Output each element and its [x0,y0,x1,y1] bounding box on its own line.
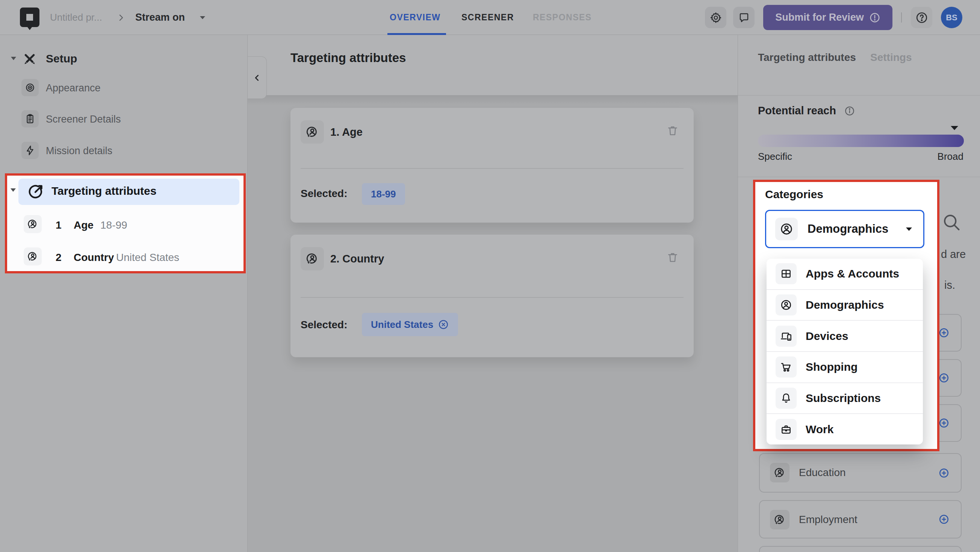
attribute-value: 18-99 [100,219,127,231]
card-divider [301,297,684,298]
clipped-text-fragment: d are [941,248,966,261]
help-icon [915,11,928,24]
dropdown-option-label: Shopping [806,361,858,373]
right-panel: Targeting attributes Settings Potential … [738,35,980,552]
caret-down-icon[interactable] [10,188,16,192]
categories-selected-value: Demographics [808,222,905,236]
card-title: 2. Country [330,253,384,265]
panel-tab-settings[interactable]: Settings [870,51,912,64]
avatar-initials: BS [946,13,958,22]
breadcrumb-study-name[interactable]: Stream on [135,0,185,35]
user-star-icon [301,120,324,144]
potential-reach-label: Potential reach [758,105,836,117]
study-caret-down-icon[interactable] [199,15,206,20]
selected-chip-age: 18-99 [362,183,405,205]
plus-circle-icon[interactable] [938,372,950,383]
bell-icon [776,388,797,409]
sidebar-item-label: Mission details [46,145,112,157]
hidden-attribute-card [759,546,962,552]
dropdown-option-label: Devices [806,330,848,343]
dropdown-option-shopping[interactable]: Shopping [767,351,923,383]
attribute-index: 1 [56,219,62,231]
submit-for-review-button[interactable]: Submit for Review [763,5,892,30]
sidebar-item-label: Screener Details [46,113,121,125]
caret-down-icon[interactable] [11,56,16,61]
user-star-icon [24,247,42,265]
attribute-card-label: Education [799,467,846,479]
dropdown-option-subscriptions[interactable]: Subscriptions [767,383,923,414]
sidebar-item-mission-details[interactable]: Mission details [0,142,248,160]
sidebar-section-setup[interactable]: Setup [0,49,248,69]
avatar[interactable]: BS [941,7,963,28]
panel-divider [738,95,980,96]
sidebar-item-appearance[interactable]: Appearance [0,79,248,97]
active-tab-underline [387,33,446,35]
clipped-text-fragment: is. [944,279,955,291]
info-icon[interactable] [844,105,855,116]
attribute-index: 2 [56,252,62,263]
dropdown-option-label: Apps & Accounts [806,267,899,280]
settings-button[interactable] [705,7,726,28]
sidebar-item-screener-details[interactable]: Screener Details [0,110,248,128]
search-icon[interactable] [942,212,961,232]
dropdown-option-devices[interactable]: Devices [767,320,923,351]
attribute-card-employment[interactable]: Employment [759,500,962,538]
user-star-icon [770,463,789,482]
person-circle-icon [776,294,797,316]
trash-icon[interactable] [667,124,679,137]
plus-circle-icon[interactable] [938,514,950,525]
attribute-card-education[interactable]: Education [759,453,962,493]
selected-label: Selected: [301,188,348,199]
crossed-pencils-icon [21,50,39,68]
dropdown-option-demographics[interactable]: Demographics [767,289,923,321]
dropdown-option-label: Subscriptions [806,392,881,405]
sprig-logo-icon[interactable] [20,8,40,30]
categories-select[interactable]: Demographics [765,210,924,248]
user-star-icon [770,510,789,530]
breadcrumb-project-name[interactable]: Untitled pr... [50,0,102,35]
chevron-right-icon [116,13,126,22]
trash-icon[interactable] [667,251,679,263]
reach-indicator-icon [950,125,959,131]
annotation-box-categories: Categories Demographics [753,180,939,451]
user-star-icon [24,215,42,233]
tab-responses[interactable]: RESPONSES [533,0,592,35]
feedback-button[interactable] [733,7,754,28]
tab-overview[interactable]: OVERVIEW [390,0,441,35]
page-title: Targeting attributes [291,51,406,65]
sidebar-collapse-button[interactable] [248,56,267,99]
help-button[interactable] [911,7,932,28]
reach-min-label: Specific [758,151,792,163]
chat-icon [738,12,750,23]
eye-icon [21,79,39,96]
panel-divider [738,177,980,177]
card-divider [301,168,684,169]
main-header [248,35,738,95]
lightning-icon [21,142,39,159]
attribute-card-age: 1. Age Selected: 18-99 [291,108,694,223]
plus-circle-icon[interactable] [938,467,950,479]
chip-label: 18-99 [371,188,396,200]
dropdown-option-apps-accounts[interactable]: Apps & Accounts [767,259,923,289]
reach-max-label: Broad [937,151,964,163]
selected-label: Selected: [301,319,348,331]
top-bar: Untitled pr... Stream on OVERVIEW SCREEN… [0,0,980,35]
attribute-value: United States [116,252,179,263]
categories-dropdown: Apps & Accounts Demographics [767,259,923,445]
sidebar-attribute-age[interactable]: 1 Age 18-99 [7,214,243,236]
dropdown-option-work[interactable]: Work [767,413,923,445]
cart-icon [776,356,797,378]
plus-circle-icon[interactable] [938,327,950,338]
submit-for-review-label: Submit for Review [775,12,864,23]
panel-tab-targeting-attributes[interactable]: Targeting attributes [758,51,856,64]
circled-x-icon[interactable] [438,319,449,330]
sidebar-attribute-country[interactable]: 2 Country United States [7,246,243,268]
dropdown-option-label: Work [806,423,834,436]
targeting-attributes-label: Targeting attributes [51,185,156,198]
tab-screener[interactable]: SCREENER [461,0,514,35]
attribute-name: Age [74,219,94,231]
sidebar-item-label: Appearance [46,82,101,94]
plus-circle-icon[interactable] [938,417,950,429]
briefcase-icon [776,419,797,440]
card-title: 1. Age [330,126,363,138]
